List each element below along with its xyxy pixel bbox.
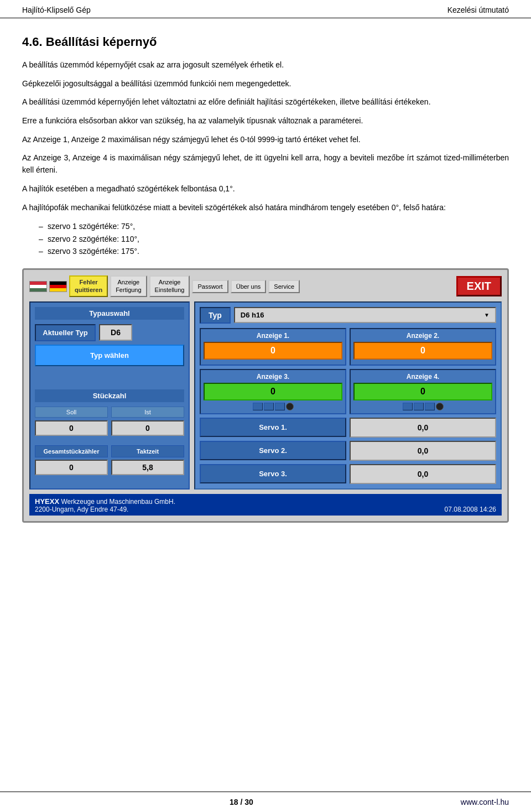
soll-label: Soll [35, 407, 108, 418]
servo-3-row: Servo 3. 0,0 [200, 464, 496, 484]
header-left: Hajlító-Klipselő Gép [22, 6, 91, 14]
anzeige-4-mini-btns [353, 403, 492, 410]
btn-typ-wahlen[interactable]: Typ wählen [35, 345, 184, 366]
mini-btn-3c[interactable] [275, 403, 285, 410]
gesamtstuckzahler-value[interactable]: 0 [35, 460, 108, 475]
servo-1-row: Servo 1. 0,0 [200, 418, 496, 438]
anzeige-grid-top: Anzeige 1. 0 Anzeige 2. 0 [200, 328, 496, 366]
bottom-values-row: 0 5,8 [35, 460, 184, 475]
btn-fehler-quittieren[interactable]: Fehler quittieren [69, 275, 108, 296]
btn-servo-1[interactable]: Servo 1. [200, 418, 346, 437]
para-2: Gépkezelői jogosultsággal a beállítási ü… [22, 78, 509, 90]
aktueller-typ-row: Aktueller Typ D6 [35, 324, 184, 341]
btn-anzeige-fertigung[interactable]: Anzeige Fertigung [110, 275, 147, 296]
para-1: A beállítás üzemmód képernyőjét csak az … [22, 59, 509, 71]
servo-3-value[interactable]: 0,0 [350, 464, 496, 484]
para-6: Az Anzeige 3, Anzeige 4 is maximálisan n… [22, 152, 509, 176]
hmi-footer-left: HYEXX Werkzeuge und Maschinenbau GmbH. 2… [35, 497, 175, 513]
servo-grid: Servo 1. 0,0 Servo 2. 0,0 Servo 3. 0,0 [200, 418, 496, 484]
anzeige-4-title: Anzeige 4. [353, 373, 492, 381]
soll-value[interactable]: 0 [35, 420, 108, 436]
hmi-right-panel: Typ D6 h16 Anzeige 1. 0 Anzeige 2. 0 [194, 301, 502, 490]
anzeige-2-block: Anzeige 2. 0 [350, 328, 496, 366]
taktzeit-label: Taktzeit [111, 445, 184, 457]
anzeige-2-title: Anzeige 2. [353, 332, 492, 340]
para-4: Erre a funkcióra elsősorban akkor van sz… [22, 115, 509, 127]
stuckzahl-title: Stückzahl [35, 389, 184, 402]
taktzeit-value[interactable]: 5,8 [111, 460, 184, 475]
servo-1-value[interactable]: 0,0 [350, 418, 496, 438]
mini-dot-3 [286, 403, 294, 410]
website: www.cont-l.hu [461, 798, 509, 806]
btn-servo-2[interactable]: Servo 2. [200, 441, 346, 460]
page-header: Hajlító-Klipselő Gép Kezelési útmutató [0, 0, 531, 18]
anzeige-3-mini-btns [204, 403, 342, 410]
anzeige-1-value[interactable]: 0 [204, 342, 342, 360]
mini-dot-4 [436, 403, 444, 410]
mini-btn-4a[interactable] [403, 403, 413, 410]
anzeige-4-block: Anzeige 4. 0 [350, 369, 496, 414]
hmi-footer: HYEXX Werkzeuge und Maschinenbau GmbH. 2… [29, 494, 502, 516]
btn-service[interactable]: Service [268, 280, 300, 293]
typ-header: Typ D6 h16 [200, 307, 496, 324]
mini-btn-4c[interactable] [425, 403, 435, 410]
flag-hungary[interactable] [29, 281, 47, 292]
mini-btn-4b[interactable] [414, 403, 424, 410]
anzeige-3-title: Anzeige 3. [204, 373, 342, 381]
para-5: Az Anzeige 1, Anzeige 2 maximálisan négy… [22, 134, 509, 146]
stuckzahl-labels: Soll Ist [35, 407, 184, 418]
bullet-2: szervo 2 szögértéke: 110°, [39, 233, 509, 245]
bullet-1: szervo 1 szögértéke: 75°, [39, 220, 509, 232]
para-7: A hajlítók esetében a megadható szögérté… [22, 183, 509, 195]
main-content: 4.6. Beállítási képernyő A beállítás üze… [0, 18, 531, 545]
servo-2-row: Servo 2. 0,0 [200, 441, 496, 461]
hmi-body: Typauswahl Aktueller Typ D6 Typ wählen S… [29, 301, 502, 490]
ist-label: Ist [111, 407, 184, 418]
typ-dropdown[interactable]: D6 h16 [234, 307, 496, 323]
servo-2-value[interactable]: 0,0 [350, 441, 496, 461]
btn-servo-3[interactable]: Servo 3. [200, 464, 346, 483]
mini-btn-3a[interactable] [253, 403, 263, 410]
para-8: A hajlítópofák mechanikai felütközése mi… [22, 202, 509, 214]
mini-btn-3b[interactable] [264, 403, 274, 410]
hmi-left-panel: Typauswahl Aktueller Typ D6 Typ wählen S… [29, 301, 190, 490]
company-address: 2200-Ungarn, Ady Endre 47-49. [35, 506, 128, 513]
anzeige-4-value[interactable]: 0 [353, 383, 492, 400]
hmi-footer-datetime: 07.08.2008 14:26 [445, 506, 496, 513]
ist-value[interactable]: 0 [111, 420, 184, 436]
hmi-toolbar: Fehler quittieren Anzeige Fertigung Anze… [29, 275, 502, 296]
header-right: Kezelési útmutató [447, 6, 509, 14]
anzeige-2-value[interactable]: 0 [353, 342, 492, 360]
bullet-list: szervo 1 szögértéke: 75°, szervo 2 szögé… [22, 220, 509, 257]
anzeige-1-block: Anzeige 1. 0 [200, 328, 346, 366]
btn-uber-uns[interactable]: Über uns [231, 280, 267, 293]
anzeige-3-value[interactable]: 0 [204, 383, 342, 400]
typ-label: Typ [200, 307, 231, 324]
page-number: 18 / 30 [230, 798, 253, 806]
typ-wahlen-row: Typ wählen [35, 345, 184, 369]
company-name: HYEXX [35, 497, 59, 506]
para-3: A beállítási üzemmód képernyőjén lehet v… [22, 96, 509, 108]
aktueller-typ-label: Aktueller Typ [35, 324, 96, 341]
bottom-labels-row: Gesamtstückzähler Taktzeit [35, 445, 184, 457]
stuckzahl-values: 0 0 [35, 420, 184, 436]
company-sub: Werkzeuge und Maschinenbau GmbH. [61, 498, 175, 506]
anzeige-3-block: Anzeige 3. 0 [200, 369, 346, 414]
gesamtstuckzahler-label: Gesamtstückzähler [35, 445, 108, 457]
bullet-3: szervo 3 szögértéke: 175°. [39, 245, 509, 257]
btn-passwort[interactable]: Passwort [192, 280, 228, 293]
page-footer: 18 / 30 www.cont-l.hu [0, 792, 531, 812]
btn-anzeige-einstellung[interactable]: Anzeige Einstellung [149, 275, 190, 296]
section-title: 4.6. Beállítási képernyő [22, 35, 509, 49]
anzeige-grid-bottom: Anzeige 3. 0 Anzeige 4. 0 [200, 369, 496, 414]
btn-exit[interactable]: EXIT [456, 276, 502, 296]
hmi-screen: Fehler quittieren Anzeige Fertigung Anze… [22, 268, 509, 522]
flag-germany[interactable] [49, 281, 67, 292]
anzeige-1-title: Anzeige 1. [204, 332, 342, 340]
typauswahl-title: Typauswahl [35, 307, 184, 320]
aktueller-typ-value[interactable]: D6 [99, 324, 132, 341]
